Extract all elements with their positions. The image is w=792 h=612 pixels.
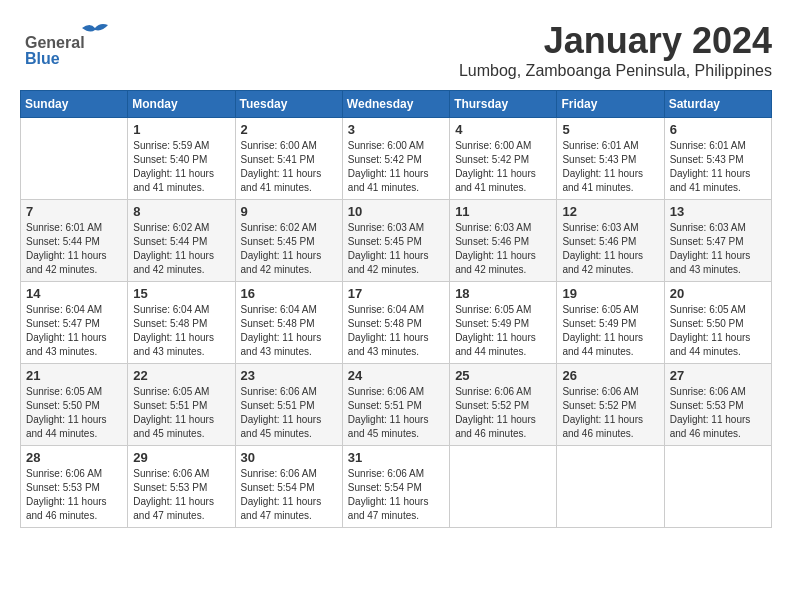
day-info: Sunrise: 6:02 AMSunset: 5:44 PMDaylight:…: [133, 221, 229, 277]
day-info: Sunrise: 6:03 AMSunset: 5:45 PMDaylight:…: [348, 221, 444, 277]
day-number: 11: [455, 204, 551, 219]
day-info: Sunrise: 6:00 AMSunset: 5:42 PMDaylight:…: [455, 139, 551, 195]
calendar-cell: 4Sunrise: 6:00 AMSunset: 5:42 PMDaylight…: [450, 118, 557, 200]
day-number: 26: [562, 368, 658, 383]
day-number: 8: [133, 204, 229, 219]
calendar-cell: 15Sunrise: 6:04 AMSunset: 5:48 PMDayligh…: [128, 282, 235, 364]
calendar-cell: 31Sunrise: 6:06 AMSunset: 5:54 PMDayligh…: [342, 446, 449, 528]
calendar-cell: 12Sunrise: 6:03 AMSunset: 5:46 PMDayligh…: [557, 200, 664, 282]
calendar-cell: 5Sunrise: 6:01 AMSunset: 5:43 PMDaylight…: [557, 118, 664, 200]
day-number: 3: [348, 122, 444, 137]
calendar-cell: 13Sunrise: 6:03 AMSunset: 5:47 PMDayligh…: [664, 200, 771, 282]
day-info: Sunrise: 6:06 AMSunset: 5:51 PMDaylight:…: [241, 385, 337, 441]
day-info: Sunrise: 6:03 AMSunset: 5:47 PMDaylight:…: [670, 221, 766, 277]
day-info: Sunrise: 6:05 AMSunset: 5:51 PMDaylight:…: [133, 385, 229, 441]
day-number: 31: [348, 450, 444, 465]
day-number: 30: [241, 450, 337, 465]
day-number: 18: [455, 286, 551, 301]
calendar-header: SundayMondayTuesdayWednesdayThursdayFrid…: [21, 91, 772, 118]
calendar-cell: [557, 446, 664, 528]
day-info: Sunrise: 6:04 AMSunset: 5:48 PMDaylight:…: [348, 303, 444, 359]
day-number: 20: [670, 286, 766, 301]
day-info: Sunrise: 6:05 AMSunset: 5:50 PMDaylight:…: [26, 385, 122, 441]
day-number: 28: [26, 450, 122, 465]
calendar-week-2: 14Sunrise: 6:04 AMSunset: 5:47 PMDayligh…: [21, 282, 772, 364]
day-info: Sunrise: 6:00 AMSunset: 5:42 PMDaylight:…: [348, 139, 444, 195]
calendar-cell: 22Sunrise: 6:05 AMSunset: 5:51 PMDayligh…: [128, 364, 235, 446]
day-info: Sunrise: 6:04 AMSunset: 5:48 PMDaylight:…: [241, 303, 337, 359]
calendar-cell: 17Sunrise: 6:04 AMSunset: 5:48 PMDayligh…: [342, 282, 449, 364]
calendar-cell: 19Sunrise: 6:05 AMSunset: 5:49 PMDayligh…: [557, 282, 664, 364]
day-info: Sunrise: 6:05 AMSunset: 5:49 PMDaylight:…: [455, 303, 551, 359]
day-number: 24: [348, 368, 444, 383]
day-info: Sunrise: 6:01 AMSunset: 5:44 PMDaylight:…: [26, 221, 122, 277]
calendar-cell: 21Sunrise: 6:05 AMSunset: 5:50 PMDayligh…: [21, 364, 128, 446]
calendar-cell: 2Sunrise: 6:00 AMSunset: 5:41 PMDaylight…: [235, 118, 342, 200]
day-number: 7: [26, 204, 122, 219]
calendar-cell: 10Sunrise: 6:03 AMSunset: 5:45 PMDayligh…: [342, 200, 449, 282]
weekday-header-saturday: Saturday: [664, 91, 771, 118]
weekday-header-sunday: Sunday: [21, 91, 128, 118]
calendar-cell: 11Sunrise: 6:03 AMSunset: 5:46 PMDayligh…: [450, 200, 557, 282]
day-info: Sunrise: 6:06 AMSunset: 5:52 PMDaylight:…: [455, 385, 551, 441]
calendar-cell: 28Sunrise: 6:06 AMSunset: 5:53 PMDayligh…: [21, 446, 128, 528]
day-info: Sunrise: 6:03 AMSunset: 5:46 PMDaylight:…: [562, 221, 658, 277]
weekday-header-friday: Friday: [557, 91, 664, 118]
day-number: 19: [562, 286, 658, 301]
day-info: Sunrise: 6:01 AMSunset: 5:43 PMDaylight:…: [670, 139, 766, 195]
day-info: Sunrise: 6:06 AMSunset: 5:54 PMDaylight:…: [348, 467, 444, 523]
day-info: Sunrise: 6:06 AMSunset: 5:52 PMDaylight:…: [562, 385, 658, 441]
calendar-cell: [450, 446, 557, 528]
day-number: 29: [133, 450, 229, 465]
day-number: 12: [562, 204, 658, 219]
day-info: Sunrise: 6:04 AMSunset: 5:48 PMDaylight:…: [133, 303, 229, 359]
calendar-week-4: 28Sunrise: 6:06 AMSunset: 5:53 PMDayligh…: [21, 446, 772, 528]
day-number: 13: [670, 204, 766, 219]
logo-text: General Blue: [20, 20, 120, 74]
weekday-header-monday: Monday: [128, 91, 235, 118]
calendar-week-1: 7Sunrise: 6:01 AMSunset: 5:44 PMDaylight…: [21, 200, 772, 282]
calendar-table: SundayMondayTuesdayWednesdayThursdayFrid…: [20, 90, 772, 528]
logo: General Blue: [20, 20, 120, 74]
calendar-body: 1Sunrise: 5:59 AMSunset: 5:40 PMDaylight…: [21, 118, 772, 528]
svg-text:General: General: [25, 34, 85, 51]
calendar-cell: 3Sunrise: 6:00 AMSunset: 5:42 PMDaylight…: [342, 118, 449, 200]
day-number: 23: [241, 368, 337, 383]
day-info: Sunrise: 6:06 AMSunset: 5:53 PMDaylight:…: [133, 467, 229, 523]
day-info: Sunrise: 6:00 AMSunset: 5:41 PMDaylight:…: [241, 139, 337, 195]
day-number: 25: [455, 368, 551, 383]
day-number: 9: [241, 204, 337, 219]
day-info: Sunrise: 6:05 AMSunset: 5:50 PMDaylight:…: [670, 303, 766, 359]
day-info: Sunrise: 6:06 AMSunset: 5:53 PMDaylight:…: [26, 467, 122, 523]
month-title: January 2024: [459, 20, 772, 62]
calendar-cell: 25Sunrise: 6:06 AMSunset: 5:52 PMDayligh…: [450, 364, 557, 446]
page-header: General Blue January 2024 Lumbog, Zamboa…: [20, 20, 772, 80]
day-number: 15: [133, 286, 229, 301]
calendar-cell: [21, 118, 128, 200]
calendar-cell: 6Sunrise: 6:01 AMSunset: 5:43 PMDaylight…: [664, 118, 771, 200]
calendar-cell: 9Sunrise: 6:02 AMSunset: 5:45 PMDaylight…: [235, 200, 342, 282]
day-info: Sunrise: 6:04 AMSunset: 5:47 PMDaylight:…: [26, 303, 122, 359]
calendar-cell: 16Sunrise: 6:04 AMSunset: 5:48 PMDayligh…: [235, 282, 342, 364]
calendar-cell: 18Sunrise: 6:05 AMSunset: 5:49 PMDayligh…: [450, 282, 557, 364]
day-number: 16: [241, 286, 337, 301]
calendar-cell: 24Sunrise: 6:06 AMSunset: 5:51 PMDayligh…: [342, 364, 449, 446]
calendar-cell: 20Sunrise: 6:05 AMSunset: 5:50 PMDayligh…: [664, 282, 771, 364]
calendar-week-3: 21Sunrise: 6:05 AMSunset: 5:50 PMDayligh…: [21, 364, 772, 446]
calendar-cell: 27Sunrise: 6:06 AMSunset: 5:53 PMDayligh…: [664, 364, 771, 446]
calendar-week-0: 1Sunrise: 5:59 AMSunset: 5:40 PMDaylight…: [21, 118, 772, 200]
calendar-cell: 1Sunrise: 5:59 AMSunset: 5:40 PMDaylight…: [128, 118, 235, 200]
calendar-cell: 7Sunrise: 6:01 AMSunset: 5:44 PMDaylight…: [21, 200, 128, 282]
day-number: 4: [455, 122, 551, 137]
day-info: Sunrise: 6:02 AMSunset: 5:45 PMDaylight:…: [241, 221, 337, 277]
weekday-header-row: SundayMondayTuesdayWednesdayThursdayFrid…: [21, 91, 772, 118]
day-info: Sunrise: 6:05 AMSunset: 5:49 PMDaylight:…: [562, 303, 658, 359]
weekday-header-tuesday: Tuesday: [235, 91, 342, 118]
title-block: January 2024 Lumbog, Zamboanga Peninsula…: [459, 20, 772, 80]
day-info: Sunrise: 6:06 AMSunset: 5:54 PMDaylight:…: [241, 467, 337, 523]
calendar-cell: 29Sunrise: 6:06 AMSunset: 5:53 PMDayligh…: [128, 446, 235, 528]
calendar-cell: 23Sunrise: 6:06 AMSunset: 5:51 PMDayligh…: [235, 364, 342, 446]
weekday-header-thursday: Thursday: [450, 91, 557, 118]
calendar-cell: 30Sunrise: 6:06 AMSunset: 5:54 PMDayligh…: [235, 446, 342, 528]
day-number: 5: [562, 122, 658, 137]
